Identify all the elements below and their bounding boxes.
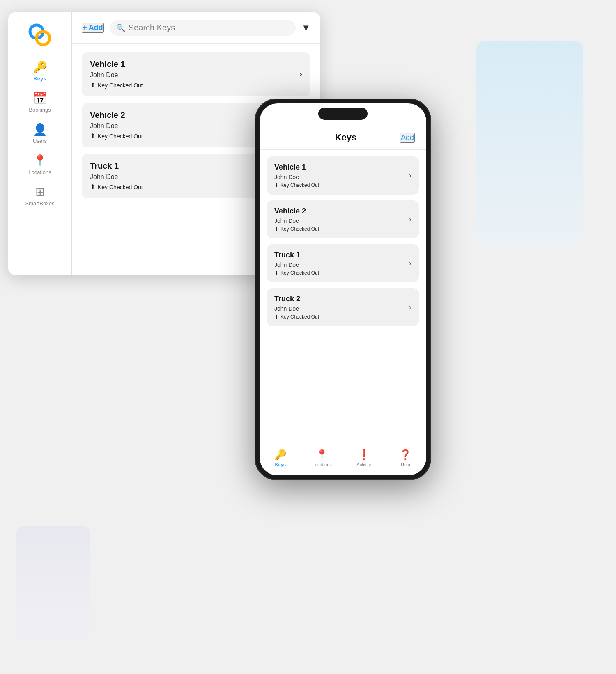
phone-key-info-v2: Vehicle 2 John Doe ⬆ Key Checked Out [274,207,319,232]
phone-tab-help[interactable]: ❓ Help [385,449,427,467]
phone-key-info-t1: Truck 1 John Doe ⬆ Key Checked Out [274,251,319,276]
phone-checkout-icon-v2: ⬆ [274,226,278,232]
phone-checkout-icon-t2: ⬆ [274,314,278,320]
sidebar-item-users[interactable]: 👤 Users [8,118,71,149]
phone-key-status-t1: ⬆ Key Checked Out [274,270,319,276]
phone-add-button[interactable]: Add [400,133,415,143]
phone-key-title-t1: Truck 1 [274,251,319,259]
search-container: 🔍 [110,20,296,36]
key-status-truck1: ⬆ Key Checked Out [90,183,143,191]
phone-tab-activity[interactable]: ❗ Activity [343,449,385,467]
key-status-text-t1: Key Checked Out [98,184,143,190]
sidebar: 🔑 Keys 📅 Bookings 👤 Users 📍 Locations ⊞ … [8,12,72,275]
phone-chevron-v1: › [409,171,411,180]
phone-wrapper: Keys Add Vehicle 1 John Doe ⬆ Key Checke… [255,99,431,480]
checkout-icon-t1: ⬆ [90,183,95,191]
chevron-right-v1: › [299,69,302,80]
phone-key-user-v1: John Doe [274,174,319,180]
phone-chevron-t2: › [409,303,411,312]
phone-key-status-t2: ⬆ Key Checked Out [274,314,319,320]
phone-chevron-t1: › [409,259,411,268]
key-user-vehicle2: John Doe [90,122,143,130]
phone-status-text-v2: Key Checked Out [280,226,319,232]
checkout-icon-v2: ⬆ [90,132,95,140]
key-user-truck1: John Doe [90,173,143,181]
phone-tab-keys[interactable]: 🔑 Keys [260,449,301,467]
smartboxes-icon: ⊞ [35,185,45,199]
key-card-vehicle1-info: Vehicle 1 John Doe ⬆ Key Checked Out [90,60,143,89]
phone-frame: Keys Add Vehicle 1 John Doe ⬆ Key Checke… [255,99,431,480]
phone-key-card-vehicle2[interactable]: Vehicle 2 John Doe ⬆ Key Checked Out › [267,200,419,238]
filter-icon[interactable]: ▼ [301,23,310,33]
sidebar-item-bookings[interactable]: 📅 Bookings [8,87,71,118]
phone-key-user-t2: John Doe [274,305,319,312]
phone-tab-activity-icon: ❗ [358,449,370,461]
phone-tab-help-icon: ❓ [399,449,411,461]
search-input[interactable] [129,23,289,32]
checkout-icon-v1: ⬆ [90,81,95,89]
phone-status-text-t2: Key Checked Out [280,314,319,320]
sidebar-smartboxes-label: SmartBoxes [25,200,55,206]
phone-keys-list: Vehicle 1 John Doe ⬆ Key Checked Out › V… [260,150,426,445]
sidebar-bookings-label: Bookings [29,107,51,113]
phone-checkout-icon-t1: ⬆ [274,270,278,276]
sidebar-item-locations[interactable]: 📍 Locations [8,149,71,180]
sidebar-locations-label: Locations [28,169,51,175]
key-title-vehicle1: Vehicle 1 [90,60,143,69]
phone-status-text-t1: Key Checked Out [280,270,319,276]
phone-screen: Keys Add Vehicle 1 John Doe ⬆ Key Checke… [260,103,426,475]
phone-key-info-t2: Truck 2 John Doe ⬆ Key Checked Out [274,295,319,320]
key-status-text-v2: Key Checked Out [98,133,143,140]
key-title-vehicle2: Vehicle 2 [90,110,143,120]
sidebar-item-keys[interactable]: 🔑 Keys [8,55,71,87]
phone-key-title-t2: Truck 2 [274,295,319,303]
key-status-vehicle1: ⬆ Key Checked Out [90,81,143,89]
phone-title: Keys [335,132,357,143]
bookings-icon: 📅 [33,92,47,105]
phone-key-title-v1: Vehicle 1 [274,163,319,172]
sidebar-keys-label: Keys [33,76,46,82]
phone-key-status-v1: ⬆ Key Checked Out [274,182,319,188]
phone-key-card-truck2[interactable]: Truck 2 John Doe ⬆ Key Checked Out › [267,288,419,326]
phone-tab-locations[interactable]: 📍 Locations [301,449,343,467]
key-card-truck1-info: Truck 1 John Doe ⬆ Key Checked Out [90,161,143,191]
phone-checkout-icon-v1: ⬆ [274,182,278,188]
locations-icon: 📍 [33,154,47,167]
phone-key-user-t1: John Doe [274,261,319,268]
phone-tab-keys-icon: 🔑 [274,449,287,461]
phone-notch [318,108,368,120]
app-logo [25,21,54,49]
phone-status-text-v1: Key Checked Out [280,182,319,188]
users-icon: 👤 [33,123,47,136]
phone-tab-activity-label: Activity [356,462,371,467]
add-button[interactable]: + Add [82,23,104,33]
key-status-vehicle2: ⬆ Key Checked Out [90,132,143,140]
key-card-vehicle2-info: Vehicle 2 John Doe ⬆ Key Checked Out [90,110,143,140]
toolbar: + Add 🔍 ▼ [72,12,320,44]
key-title-truck1: Truck 1 [90,161,143,171]
phone-key-card-vehicle1[interactable]: Vehicle 1 John Doe ⬆ Key Checked Out › [267,156,419,195]
phone-chevron-v2: › [409,215,411,224]
sidebar-item-smartboxes[interactable]: ⊞ SmartBoxes [8,180,71,211]
phone-key-status-v2: ⬆ Key Checked Out [274,226,319,232]
key-status-text-v1: Key Checked Out [98,82,143,89]
sidebar-users-label: Users [33,138,47,144]
phone-key-info-v1: Vehicle 1 John Doe ⬆ Key Checked Out [274,163,319,188]
phone-key-title-v2: Vehicle 2 [274,207,319,215]
search-icon: 🔍 [116,23,125,32]
phone-key-card-truck1[interactable]: Truck 1 John Doe ⬆ Key Checked Out › [267,244,419,282]
phone-tab-locations-icon: 📍 [316,449,328,461]
phone-tab-keys-label: Keys [275,462,286,467]
phone-key-user-v2: John Doe [274,218,319,224]
phone-tab-locations-label: Locations [313,462,332,467]
phone-tab-help-label: Help [401,462,410,467]
phone-tab-bar: 🔑 Keys 📍 Locations ❗ Activity ❓ Help [260,445,426,475]
key-user-vehicle1: John Doe [90,71,143,79]
keys-icon: 🔑 [33,60,47,74]
key-card-vehicle1[interactable]: Vehicle 1 John Doe ⬆ Key Checked Out › [82,52,310,96]
